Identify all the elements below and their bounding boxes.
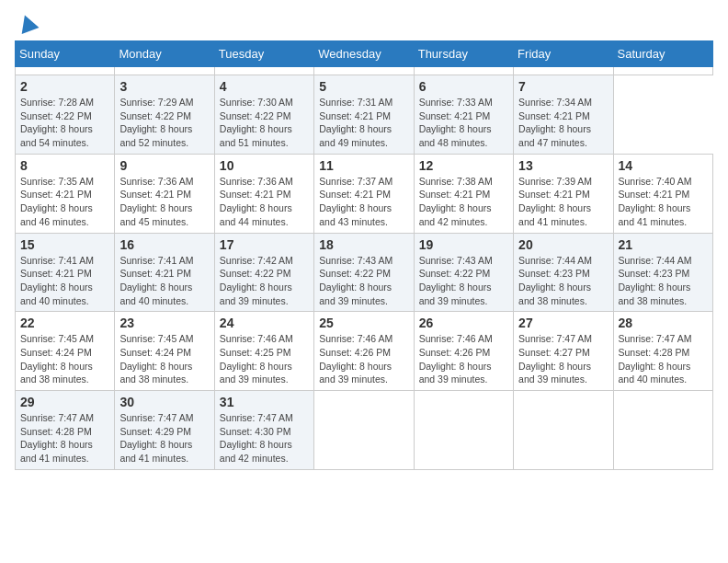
day-info: Sunrise: 7:45 AMSunset: 4:24 PMDaylight:… — [20, 332, 109, 386]
day-info: Sunrise: 7:47 AMSunset: 4:27 PMDaylight:… — [518, 332, 608, 386]
calendar-day-cell — [414, 391, 513, 470]
day-number: 4 — [220, 79, 309, 94]
calendar-day-cell: 17Sunrise: 7:42 AMSunset: 4:22 PMDayligh… — [214, 233, 313, 312]
day-number: 17 — [220, 237, 309, 252]
calendar-day-cell: 7Sunrise: 7:34 AMSunset: 4:21 PMDaylight… — [514, 75, 613, 155]
day-info: Sunrise: 7:43 AMSunset: 4:22 PMDaylight:… — [319, 254, 408, 308]
day-number: 10 — [220, 158, 309, 173]
day-info: Sunrise: 7:42 AMSunset: 4:22 PMDaylight:… — [220, 254, 309, 308]
day-info: Sunrise: 7:44 AMSunset: 4:23 PMDaylight:… — [518, 254, 608, 308]
calendar-day-cell: 22Sunrise: 7:45 AMSunset: 4:24 PMDayligh… — [16, 312, 115, 391]
day-number: 18 — [319, 237, 408, 252]
calendar-day-cell: 20Sunrise: 7:44 AMSunset: 4:23 PMDayligh… — [514, 233, 613, 312]
day-of-week-header: Sunday — [16, 41, 115, 67]
day-of-week-header: Saturday — [613, 41, 712, 67]
day-number: 9 — [119, 158, 209, 173]
calendar-day-cell — [314, 67, 414, 75]
day-info: Sunrise: 7:34 AMSunset: 4:21 PMDaylight:… — [518, 96, 608, 150]
calendar-week-row: 29Sunrise: 7:47 AMSunset: 4:28 PMDayligh… — [16, 391, 713, 470]
calendar-day-cell: 15Sunrise: 7:41 AMSunset: 4:21 PMDayligh… — [16, 233, 115, 312]
day-number: 21 — [619, 237, 708, 252]
day-of-week-header: Thursday — [414, 41, 513, 67]
day-number: 16 — [119, 237, 209, 252]
day-info: Sunrise: 7:31 AMSunset: 4:21 PMDaylight:… — [319, 96, 408, 150]
calendar-day-cell — [514, 391, 613, 470]
day-number: 28 — [619, 316, 708, 330]
day-of-week-header: Tuesday — [214, 41, 313, 67]
day-number: 29 — [20, 395, 109, 409]
calendar-day-cell: 19Sunrise: 7:43 AMSunset: 4:22 PMDayligh… — [414, 233, 513, 312]
day-info: Sunrise: 7:47 AMSunset: 4:28 PMDaylight:… — [619, 332, 708, 386]
calendar-header-row: SundayMondayTuesdayWednesdayThursdayFrid… — [16, 41, 713, 67]
calendar-day-cell: 26Sunrise: 7:46 AMSunset: 4:26 PMDayligh… — [414, 312, 513, 391]
day-info: Sunrise: 7:36 AMSunset: 4:21 PMDaylight:… — [220, 175, 309, 229]
day-number: 19 — [419, 237, 508, 252]
day-info: Sunrise: 7:47 AMSunset: 4:29 PMDaylight:… — [119, 411, 209, 465]
day-info: Sunrise: 7:41 AMSunset: 4:21 PMDaylight:… — [20, 254, 109, 308]
calendar-day-cell: 13Sunrise: 7:39 AMSunset: 4:21 PMDayligh… — [514, 154, 613, 233]
calendar-day-cell: 9Sunrise: 7:36 AMSunset: 4:21 PMDaylight… — [115, 154, 214, 233]
day-number: 3 — [119, 79, 209, 94]
day-number: 27 — [518, 316, 608, 330]
day-number: 8 — [20, 158, 109, 173]
day-number: 25 — [319, 316, 408, 330]
day-info: Sunrise: 7:29 AMSunset: 4:22 PMDaylight:… — [119, 96, 209, 150]
calendar-day-cell — [214, 67, 313, 75]
day-info: Sunrise: 7:37 AMSunset: 4:21 PMDaylight:… — [319, 175, 408, 229]
day-info: Sunrise: 7:39 AMSunset: 4:21 PMDaylight:… — [518, 175, 608, 229]
day-number: 22 — [20, 316, 109, 330]
day-number: 23 — [119, 316, 209, 330]
day-info: Sunrise: 7:40 AMSunset: 4:21 PMDaylight:… — [619, 175, 708, 229]
calendar-day-cell — [314, 391, 414, 470]
day-number: 15 — [20, 237, 109, 252]
calendar-day-cell: 29Sunrise: 7:47 AMSunset: 4:28 PMDayligh… — [16, 391, 115, 470]
day-info: Sunrise: 7:28 AMSunset: 4:22 PMDaylight:… — [20, 96, 109, 150]
calendar-day-cell: 16Sunrise: 7:41 AMSunset: 4:21 PMDayligh… — [115, 233, 214, 312]
calendar-week-row: 8Sunrise: 7:35 AMSunset: 4:21 PMDaylight… — [16, 154, 713, 233]
calendar-day-cell: 27Sunrise: 7:47 AMSunset: 4:27 PMDayligh… — [514, 312, 613, 391]
page-header — [15, 15, 713, 31]
calendar-day-cell — [514, 67, 613, 75]
day-info: Sunrise: 7:30 AMSunset: 4:22 PMDaylight:… — [220, 96, 309, 150]
day-number: 24 — [220, 316, 309, 330]
day-info: Sunrise: 7:47 AMSunset: 4:28 PMDaylight:… — [20, 411, 109, 465]
day-of-week-header: Wednesday — [314, 41, 414, 67]
calendar-day-cell: 23Sunrise: 7:45 AMSunset: 4:24 PMDayligh… — [115, 312, 214, 391]
calendar-day-cell — [16, 67, 115, 75]
day-number: 31 — [220, 395, 309, 409]
day-number: 30 — [119, 395, 209, 409]
day-info: Sunrise: 7:41 AMSunset: 4:21 PMDaylight:… — [119, 254, 209, 308]
calendar-day-cell: 11Sunrise: 7:37 AMSunset: 4:21 PMDayligh… — [314, 154, 414, 233]
day-info: Sunrise: 7:46 AMSunset: 4:26 PMDaylight:… — [319, 332, 408, 386]
day-of-week-header: Friday — [514, 41, 613, 67]
calendar-day-cell: 14Sunrise: 7:40 AMSunset: 4:21 PMDayligh… — [613, 154, 712, 233]
day-info: Sunrise: 7:36 AMSunset: 4:21 PMDaylight:… — [119, 175, 209, 229]
calendar-day-cell: 24Sunrise: 7:46 AMSunset: 4:25 PMDayligh… — [214, 312, 313, 391]
day-info: Sunrise: 7:46 AMSunset: 4:25 PMDaylight:… — [220, 332, 309, 386]
calendar-day-cell: 28Sunrise: 7:47 AMSunset: 4:28 PMDayligh… — [613, 312, 712, 391]
day-number: 5 — [319, 79, 408, 94]
day-info: Sunrise: 7:44 AMSunset: 4:23 PMDaylight:… — [619, 254, 708, 308]
calendar-day-cell: 31Sunrise: 7:47 AMSunset: 4:30 PMDayligh… — [214, 391, 313, 470]
logo — [15, 15, 37, 31]
day-number: 11 — [319, 158, 408, 173]
calendar-week-row — [16, 67, 713, 75]
calendar-day-cell: 30Sunrise: 7:47 AMSunset: 4:29 PMDayligh… — [115, 391, 214, 470]
calendar-day-cell: 2Sunrise: 7:28 AMSunset: 4:22 PMDaylight… — [16, 75, 115, 155]
day-number: 20 — [518, 237, 608, 252]
calendar-day-cell: 3Sunrise: 7:29 AMSunset: 4:22 PMDaylight… — [115, 75, 214, 155]
day-info: Sunrise: 7:35 AMSunset: 4:21 PMDaylight:… — [20, 175, 109, 229]
calendar-day-cell — [115, 67, 214, 75]
calendar-day-cell: 21Sunrise: 7:44 AMSunset: 4:23 PMDayligh… — [613, 233, 712, 312]
calendar-day-cell — [613, 391, 712, 470]
day-number: 2 — [20, 79, 109, 94]
day-info: Sunrise: 7:33 AMSunset: 4:21 PMDaylight:… — [419, 96, 508, 150]
day-info: Sunrise: 7:43 AMSunset: 4:22 PMDaylight:… — [419, 254, 508, 308]
calendar-week-row: 22Sunrise: 7:45 AMSunset: 4:24 PMDayligh… — [16, 312, 713, 391]
calendar-day-cell: 10Sunrise: 7:36 AMSunset: 4:21 PMDayligh… — [214, 154, 313, 233]
day-number: 13 — [518, 158, 608, 173]
day-number: 12 — [419, 158, 508, 173]
calendar-week-row: 15Sunrise: 7:41 AMSunset: 4:21 PMDayligh… — [16, 233, 713, 312]
day-info: Sunrise: 7:45 AMSunset: 4:24 PMDaylight:… — [119, 332, 209, 386]
calendar-day-cell — [613, 67, 712, 75]
